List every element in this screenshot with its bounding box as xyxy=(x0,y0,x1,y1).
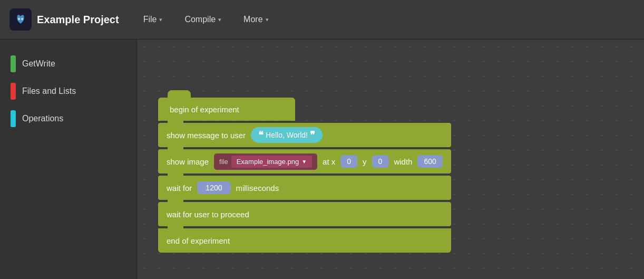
svg-point-0 xyxy=(18,18,20,20)
width-label: width xyxy=(394,157,412,166)
sidebar: GetWrite Files and Lists Operations xyxy=(0,40,137,279)
more-label: More xyxy=(243,15,262,24)
compile-menu[interactable]: Compile ▾ xyxy=(176,11,230,28)
show-image-label: show image xyxy=(167,157,209,166)
y-value: 0 xyxy=(378,157,383,166)
main: GetWrite Files and Lists Operations begi… xyxy=(0,40,644,279)
sidebar-item-getwrite[interactable]: GetWrite xyxy=(0,50,136,78)
wait-ms-input[interactable]: 1200 xyxy=(197,181,230,194)
file-dropdown-arrow-icon: ▼ xyxy=(301,159,307,165)
show-message-notch xyxy=(168,118,183,123)
canvas: begin of experiment show message to user… xyxy=(137,40,644,279)
block-wait-for: wait for 1200 milliseconds xyxy=(158,176,451,200)
wait-ms-value: 1200 xyxy=(206,184,222,192)
getwrite-dot xyxy=(11,55,16,72)
file-chevron-icon: ▾ xyxy=(159,16,162,23)
begin-hat-bump xyxy=(168,90,191,98)
block-end: end of experiment xyxy=(158,228,451,253)
wait-user-label: wait for user to proceed xyxy=(167,210,249,219)
x-input[interactable]: 0 xyxy=(340,155,357,168)
width-input[interactable]: 600 xyxy=(417,155,442,168)
wait-user-notch xyxy=(168,197,183,202)
block-wait-user: wait for user to proceed xyxy=(158,202,451,226)
file-menu[interactable]: File ▾ xyxy=(135,11,171,28)
file-input-group: file Example_image.png ▼ xyxy=(214,153,317,170)
sidebar-label-getwrite: GetWrite xyxy=(22,59,55,69)
block-show-image: show image file Example_image.png ▼ at x… xyxy=(158,149,451,174)
compile-chevron-icon: ▾ xyxy=(218,16,221,23)
y-label: y xyxy=(363,157,367,166)
sidebar-item-operations[interactable]: Operations xyxy=(0,105,136,132)
more-menu[interactable]: More ▾ xyxy=(235,11,277,28)
y-input[interactable]: 0 xyxy=(372,155,389,168)
sidebar-label-files: Files and Lists xyxy=(22,86,76,96)
svg-point-1 xyxy=(21,18,23,20)
file-label: file xyxy=(219,158,228,166)
wait-for-label: wait for xyxy=(167,184,192,193)
wait-for-notch xyxy=(168,170,183,176)
show-message-label: show message to user xyxy=(167,131,246,140)
begin-label: begin of experiment xyxy=(170,105,239,114)
milliseconds-label: milliseconds xyxy=(236,184,279,193)
blocks-container: begin of experiment show message to user… xyxy=(158,98,451,253)
file-dropdown[interactable]: Example_image.png ▼ xyxy=(231,156,312,168)
file-dropdown-value: Example_image.png xyxy=(237,158,299,166)
hello-world-text: Hello, World! xyxy=(266,131,308,139)
file-label: File xyxy=(143,15,157,24)
end-label: end of experiment xyxy=(167,236,230,245)
operations-dot xyxy=(11,110,16,127)
open-quote: ❝ xyxy=(258,129,264,141)
files-dot xyxy=(11,83,16,100)
show-image-notch xyxy=(168,144,183,149)
block-show-message: show message to user ❝ Hello, World! ❞ xyxy=(158,123,451,147)
sidebar-label-operations: Operations xyxy=(22,114,63,123)
compile-label: Compile xyxy=(184,15,216,24)
more-chevron-icon: ▾ xyxy=(266,16,269,23)
width-value: 600 xyxy=(424,157,436,166)
end-notch xyxy=(168,223,183,228)
header: Example Project File ▾ Compile ▾ More ▾ xyxy=(0,0,644,40)
at-x-label: at x xyxy=(323,157,335,166)
hello-world-input[interactable]: ❝ Hello, World! ❞ xyxy=(251,127,323,143)
sidebar-item-files-and-lists[interactable]: Files and Lists xyxy=(0,78,136,105)
close-quote: ❞ xyxy=(310,129,315,141)
x-value: 0 xyxy=(347,157,351,166)
logo xyxy=(9,8,32,31)
project-title: Example Project xyxy=(37,14,119,26)
